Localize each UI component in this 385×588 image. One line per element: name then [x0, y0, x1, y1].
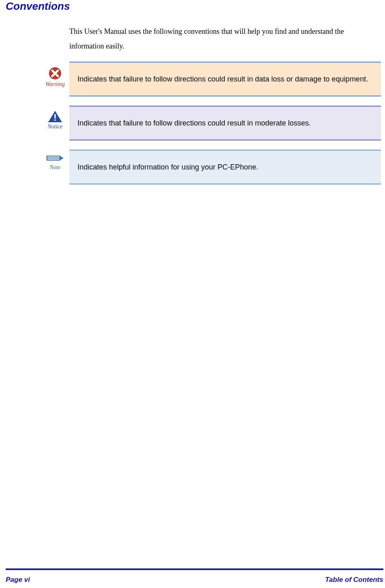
warning-icon-label: Warning [45, 81, 65, 88]
callout-notice: Notice Indicates that failure to follow … [41, 106, 381, 141]
svg-rect-1 [54, 114, 55, 119]
note-icon-label: Note [50, 164, 60, 171]
note-box-column: Indicates helpful information for using … [69, 150, 381, 185]
footer-section-title: Table of Contents [325, 576, 383, 584]
note-pencil-icon [46, 154, 64, 163]
callout-note: Note Indicates helpful information for u… [41, 150, 381, 185]
footer-page-number: Page vi [6, 576, 30, 584]
notice-text: Indicates that failure to follow directi… [69, 106, 381, 141]
svg-rect-2 [54, 119, 55, 121]
note-text: Indicates helpful information for using … [69, 150, 381, 185]
warning-icon-column: Warning [41, 62, 69, 88]
warning-text: Indicates that failure to follow directi… [69, 62, 381, 97]
notice-icon-label: Notice [48, 123, 63, 130]
document-page: Conventions This User's Manual uses the … [0, 0, 385, 588]
callouts-container: Warning Indicates that failure to follow… [41, 62, 381, 185]
page-footer: Page vi Table of Contents [6, 576, 383, 584]
intro-paragraph: This User's Manual uses the following co… [69, 24, 379, 53]
section-heading: Conventions [0, 0, 385, 13]
warning-box-column: Indicates that failure to follow directi… [69, 62, 381, 97]
notice-icon-column: Notice [41, 106, 69, 130]
notice-triangle-icon [48, 110, 62, 123]
callout-warning: Warning Indicates that failure to follow… [41, 62, 381, 97]
footer-divider [6, 568, 383, 570]
notice-box-column: Indicates that failure to follow directi… [69, 106, 381, 141]
note-icon-column: Note [41, 150, 69, 171]
warning-x-icon [48, 66, 62, 80]
